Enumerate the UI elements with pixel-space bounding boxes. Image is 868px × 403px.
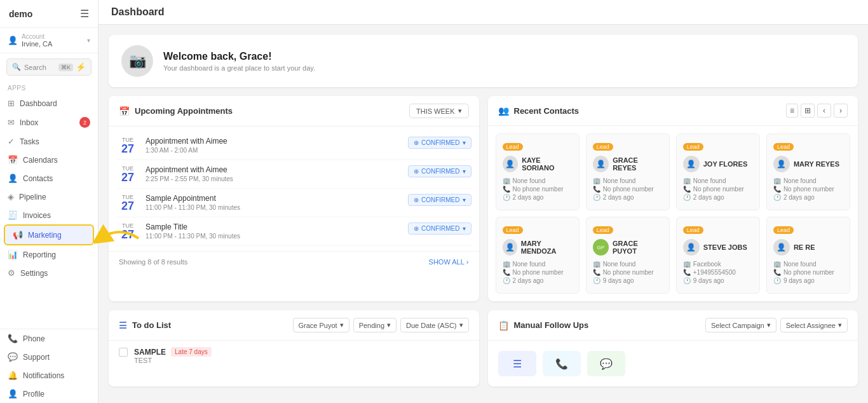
settings-icon: ⚙ (8, 268, 15, 278)
manual-follow-ups-card: 📋 Manual Follow Ups Select Campaign ▾ Se… (488, 310, 858, 386)
todo-item-sub: TEST (134, 357, 469, 364)
search-bar[interactable]: 🔍 Search ⌘K ⚡ (6, 58, 92, 76)
contact-card[interactable]: Lead 👤 MARY REYES 🏢None found 📞No phone … (766, 133, 850, 210)
contact-card[interactable]: Lead 👤 KAYE SORIANO 🏢None found 📞No phon… (496, 133, 580, 210)
campaign-filter[interactable]: Select Campaign ▾ (705, 318, 776, 332)
phone-icon: 📞 (683, 269, 691, 276)
sidebar-item-label: Contacts (23, 174, 53, 183)
search-icon: 🔍 (12, 63, 21, 71)
time: 2 days ago (693, 194, 724, 201)
sidebar-item-inbox[interactable]: ✉ Inbox 2 (0, 113, 98, 132)
phone-icon: 📞 (593, 269, 600, 276)
followup-icon-3[interactable]: 💬 (587, 351, 625, 376)
sort-filter[interactable]: Due Date (ASC) ▾ (400, 318, 468, 332)
prev-button[interactable]: ‹ (817, 104, 831, 118)
clock-icon: 🕐 (683, 277, 691, 284)
contact-avatar: 👤 (773, 239, 790, 256)
pipeline-icon: ◈ (8, 192, 14, 202)
clock-icon: 🕐 (773, 277, 781, 284)
confirmed-label: CONFIRMED (421, 139, 460, 146)
lead-badge: Lead (773, 143, 794, 151)
phone-icon: 📞 (8, 334, 18, 343)
calendar-icon: 📅 (119, 106, 130, 116)
sidebar-item-pipeline[interactable]: ◈ Pipeline (0, 188, 98, 206)
contact-card[interactable]: Lead 👤 STEVE JOBS 🏢Facebook 📞+1949555450… (676, 217, 760, 294)
clock-icon: 🕐 (773, 194, 781, 201)
sidebar-item-tasks[interactable]: ✓ Tasks (0, 132, 98, 151)
confirmed-button[interactable]: ⊕ CONFIRMED ▾ (408, 222, 471, 235)
contact-name: STEVE JOBS (703, 243, 747, 251)
late-badge: Late 7 days (171, 347, 212, 357)
sidebar-item-contacts[interactable]: 👤 Contacts (0, 169, 98, 188)
week-picker-button[interactable]: THIS WEEK ▾ (409, 104, 469, 118)
sidebar-item-settings[interactable]: ⚙ Settings (0, 264, 98, 282)
contacts-icon: 👤 (8, 174, 18, 183)
contact-card[interactable]: Lead 👤 MARY MENDOZA 🏢None found 📞No phon… (496, 217, 580, 294)
account-section[interactable]: 👤 Account Irvine, CA ▾ (0, 28, 98, 53)
followup-icon-2[interactable]: 📞 (543, 351, 581, 376)
chevron-icon: ▾ (387, 321, 391, 329)
dashboard-icon: ⊞ (8, 99, 15, 108)
contact-name: RE RE (794, 243, 815, 251)
building-icon: 🏢 (503, 261, 510, 268)
plus-circle-icon: ⊕ (414, 196, 419, 203)
chevron-icon: ▾ (463, 196, 466, 203)
contact-card[interactable]: Lead 👤 GRACE REYES 🏢None found 📞No phone… (586, 133, 670, 210)
confirmed-button[interactable]: ⊕ CONFIRMED ▾ (408, 194, 471, 206)
followup-icon-1[interactable]: ☰ (498, 351, 536, 376)
phone: No phone number (693, 186, 744, 193)
lead-badge: Lead (503, 226, 523, 234)
todo-checkbox[interactable] (119, 348, 128, 357)
hamburger-icon[interactable]: ☰ (80, 8, 89, 20)
show-all-button[interactable]: SHOW ALL › (429, 258, 469, 266)
plus-circle-icon: ⊕ (414, 139, 419, 146)
assignee-filter[interactable]: Select Assignee ▾ (780, 318, 848, 332)
contact-card[interactable]: Lead GP GRACE PUYOT 🏢None found 📞No phon… (586, 217, 670, 294)
sidebar-item-profile[interactable]: 👤 Profile (0, 385, 98, 403)
grid-view-button[interactable]: ⊞ (801, 104, 815, 118)
contact-name: MARY REYES (794, 160, 839, 168)
sidebar-item-label: Support (23, 353, 50, 362)
confirmed-button[interactable]: ⊕ CONFIRMED ▾ (408, 165, 471, 177)
search-shortcut: ⌘K (58, 64, 73, 71)
sidebar-item-dashboard[interactable]: ⊞ Dashboard (0, 94, 98, 113)
account-icon: 👤 (8, 36, 18, 45)
sidebar-item-reporting[interactable]: 📊 Reporting (0, 245, 98, 264)
building-icon: 🏢 (503, 177, 510, 184)
next-button[interactable]: › (834, 104, 848, 118)
contact-avatar: 👤 (593, 156, 609, 172)
sidebar-item-phone[interactable]: 📞 Phone (0, 329, 98, 348)
inbox-badge: 2 (79, 117, 90, 128)
welcome-subtext: Your dashboard is a great place to start… (163, 64, 315, 72)
sidebar-item-marketing[interactable]: 📢 Marketing (4, 224, 94, 245)
assignee-filter[interactable]: Grace Puyot ▾ (293, 318, 349, 332)
company: None found (513, 261, 546, 268)
reporting-icon: 📊 (8, 250, 18, 259)
clock-icon: 🕐 (503, 277, 510, 284)
contact-card[interactable]: Lead 👤 JOY FLORES 🏢None found 📞No phone … (676, 133, 760, 210)
contact-card[interactable]: Lead 👤 RE RE 🏢None found 📞No phone numbe… (766, 217, 850, 294)
sidebar-item-invoices[interactable]: 🧾 Invoices (0, 206, 98, 224)
sidebar-item-notifications[interactable]: 🔔 Notifications (0, 366, 98, 385)
contact-name: GRACE REYES (613, 156, 663, 172)
sidebar-item-label: Calendars (23, 156, 58, 165)
todo-card: ☰ To do List Grace Puyot ▾ Pending ▾ (109, 310, 479, 386)
chevron-down-icon: ▾ (87, 37, 90, 44)
sidebar-item-calendars[interactable]: 📅 Calendars (0, 151, 98, 169)
account-label: Account (22, 33, 52, 40)
phone-icon: 📞 (683, 186, 691, 193)
calendars-icon: 📅 (8, 155, 18, 165)
lead-badge: Lead (593, 226, 613, 234)
list-view-button[interactable]: ≡ (786, 104, 798, 118)
sidebar-item-support[interactable]: 💬 Support (0, 348, 98, 366)
status-filter[interactable]: Pending ▾ (353, 318, 397, 332)
page-title: Dashboard (111, 6, 165, 18)
followups-title: Manual Follow Ups (514, 320, 589, 330)
sidebar-item-label: Invoices (23, 211, 51, 220)
time: 2 days ago (513, 277, 544, 284)
sidebar-item-label: Marketing (28, 231, 62, 240)
chevron-icon: ▾ (463, 225, 466, 232)
phone: +19495554500 (693, 269, 736, 276)
confirmed-button[interactable]: ⊕ CONFIRMED ▾ (408, 137, 471, 149)
apt-time: 2:25 PM - 2:55 PM, 30 minutes (146, 175, 402, 182)
